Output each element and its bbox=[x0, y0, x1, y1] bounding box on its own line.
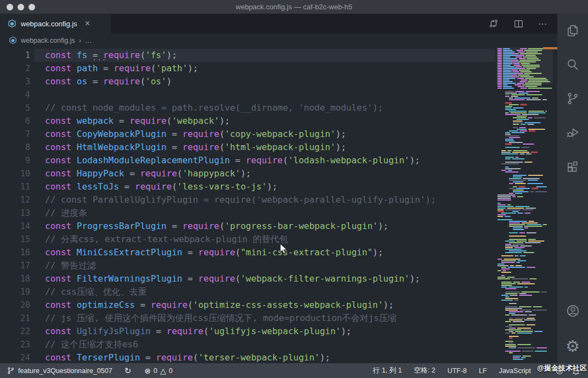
code-line[interactable]: 4 bbox=[0, 88, 557, 101]
breadcrumb-symbol-ellipsis[interactable]: … bbox=[85, 37, 92, 44]
code-line[interactable]: 19// css压缩、优化、去重 bbox=[0, 285, 557, 299]
line-number[interactable]: 2 bbox=[0, 62, 30, 75]
line-number[interactable]: 8 bbox=[0, 141, 30, 154]
git-branch-icon bbox=[566, 91, 580, 106]
line-number[interactable]: 12 bbox=[0, 193, 30, 207]
maximize-window-button[interactable] bbox=[29, 4, 35, 10]
window-title: webpack.config.js — caf-b2c-web-h5 bbox=[236, 3, 352, 11]
code-line[interactable]: 2const path = require('path'); bbox=[0, 62, 557, 75]
activity-extensions[interactable] bbox=[557, 150, 588, 184]
code-line[interactable]: 24const TerserPlugin = require('terser-w… bbox=[0, 351, 557, 363]
cursor-position[interactable]: 行 1, 列 1 bbox=[373, 366, 402, 375]
problems-indicator[interactable]: ⊗ 0 △ 0 bbox=[144, 366, 172, 375]
line-number[interactable]: 14 bbox=[0, 220, 30, 233]
minimap[interactable] bbox=[496, 47, 553, 363]
code-line[interactable]: 11const lessToJs = require('less-vars-to… bbox=[0, 180, 557, 193]
code-text: // 进度条 bbox=[45, 207, 87, 220]
code-line[interactable]: 13// 进度条 bbox=[0, 207, 557, 220]
code-line[interactable]: 22const UglifyJsPlugin = require('uglify… bbox=[0, 325, 557, 338]
code-text: const fs = require('fs'); bbox=[45, 49, 177, 62]
line-number[interactable]: 1 bbox=[0, 49, 30, 62]
activity-settings[interactable]: ⚙ bbox=[557, 329, 588, 363]
line-number[interactable]: 22 bbox=[0, 325, 30, 338]
code-text: const ProgressBarPlugin = require('progr… bbox=[45, 220, 388, 233]
files-icon bbox=[566, 24, 580, 38]
account-icon bbox=[566, 303, 580, 318]
code-line[interactable]: 20const optimizeCss = require('optimize-… bbox=[0, 299, 557, 312]
code-line[interactable]: 10const HappyPack = require('happypack')… bbox=[0, 167, 557, 180]
code-lines: 1const fs = require('fs');···2const path… bbox=[0, 49, 557, 363]
tab-webpack-config[interactable]: webpack.config.js × bbox=[0, 14, 111, 33]
code-line[interactable]: 23// 这个压缩才支持es6 bbox=[0, 338, 557, 351]
line-number[interactable]: 3 bbox=[0, 75, 30, 88]
line-number[interactable]: 4 bbox=[0, 88, 30, 101]
tab-bar: webpack.config.js × ⋯ bbox=[0, 14, 557, 33]
activity-run-debug[interactable] bbox=[557, 116, 588, 150]
webpack-icon bbox=[9, 36, 17, 44]
line-number[interactable]: 7 bbox=[0, 128, 30, 141]
line-number[interactable]: 24 bbox=[0, 351, 30, 363]
line-number[interactable]: 5 bbox=[0, 101, 30, 114]
minimize-window-button[interactable] bbox=[18, 4, 24, 10]
code-line[interactable]: 5// const node_modules = path.resolve(__… bbox=[0, 101, 557, 114]
code-text: const HtmlWebpackPlugin = require('html-… bbox=[45, 141, 346, 154]
watermark: @掘金技术社区 bbox=[537, 364, 587, 373]
encoding[interactable]: UTF-8 bbox=[448, 367, 467, 375]
indentation[interactable]: 空格: 2 bbox=[414, 366, 436, 375]
error-icon: ⊗ bbox=[144, 366, 151, 375]
line-number[interactable]: 23 bbox=[0, 338, 30, 351]
code-line[interactable]: 6const webpack = require('webpack'); bbox=[0, 114, 557, 128]
eol[interactable]: LF bbox=[479, 367, 487, 375]
warning-icon: △ bbox=[160, 366, 166, 375]
vscode-window: webpack.config.js — caf-b2c-web-h5 webpa… bbox=[0, 0, 588, 378]
line-number[interactable]: 13 bbox=[0, 207, 30, 220]
activity-bar: ⚙ bbox=[557, 14, 588, 363]
line-number[interactable]: 17 bbox=[0, 259, 30, 272]
code-line[interactable]: 21// js 压缩, 使用这个插件因为使用css压缩情况下, mode=pro… bbox=[0, 312, 557, 325]
line-number[interactable]: 18 bbox=[0, 272, 30, 285]
activity-explorer[interactable] bbox=[557, 14, 588, 48]
code-line[interactable]: 14const ProgressBarPlugin = require('pro… bbox=[0, 220, 557, 233]
code-line[interactable]: 18const FilterWarningsPlugin = require('… bbox=[0, 272, 557, 285]
debug-icon bbox=[566, 125, 580, 140]
branch-indicator[interactable]: feature_v3Questionnaire_0507 bbox=[7, 366, 112, 375]
activity-account[interactable] bbox=[557, 294, 588, 328]
code-line[interactable]: 7const CopyWebpackPlugin = require('copy… bbox=[0, 128, 557, 141]
line-number[interactable]: 21 bbox=[0, 312, 30, 325]
error-count: 0 bbox=[154, 367, 157, 375]
code-line[interactable]: 17// 警告过滤 bbox=[0, 259, 557, 272]
line-number[interactable]: 6 bbox=[0, 114, 30, 128]
code-line[interactable]: 12// const ParallelUglifyPlugin = requir… bbox=[0, 193, 557, 207]
breadcrumb-file[interactable]: webpack.config.js bbox=[21, 37, 75, 44]
close-window-button[interactable] bbox=[7, 4, 13, 10]
line-number[interactable]: 11 bbox=[0, 180, 30, 193]
code-line[interactable]: 9const LodashModuleReplacementPlugin = r… bbox=[0, 154, 557, 167]
code-line[interactable]: 8const HtmlWebpackPlugin = require('html… bbox=[0, 141, 557, 154]
activity-source-control[interactable] bbox=[557, 82, 588, 116]
line-number[interactable]: 19 bbox=[0, 285, 30, 299]
code-text: // 这个压缩才支持es6 bbox=[45, 338, 138, 351]
activity-search[interactable] bbox=[557, 48, 588, 82]
more-actions-icon[interactable]: ⋯ bbox=[538, 19, 547, 29]
editor-scrollbar[interactable] bbox=[553, 47, 557, 363]
code-line[interactable]: 1const fs = require('fs');··· bbox=[0, 49, 557, 62]
line-number[interactable]: 15 bbox=[0, 233, 30, 246]
code-text: const FilterWarningsPlugin = require('we… bbox=[45, 272, 420, 285]
language-mode[interactable]: JavaScript bbox=[499, 367, 531, 375]
sync-icon[interactable]: ↻ bbox=[125, 366, 132, 376]
window-controls bbox=[7, 0, 35, 14]
line-number[interactable]: 16 bbox=[0, 246, 30, 259]
code-text: // css压缩、优化、去重 bbox=[45, 285, 147, 299]
split-editor-icon[interactable] bbox=[513, 19, 524, 29]
code-editor[interactable]: 1const fs = require('fs');···2const path… bbox=[0, 47, 557, 363]
mouse-cursor bbox=[278, 243, 289, 255]
code-text: const UglifyJsPlugin = require('uglifyjs… bbox=[45, 325, 352, 338]
open-changes-icon[interactable] bbox=[488, 18, 499, 29]
close-tab-icon[interactable]: × bbox=[85, 19, 90, 28]
line-number[interactable]: 10 bbox=[0, 167, 30, 180]
line-number[interactable]: 20 bbox=[0, 299, 30, 312]
line-number[interactable]: 9 bbox=[0, 154, 30, 167]
code-text: // const node_modules = path.resolve(__d… bbox=[45, 101, 383, 114]
code-line[interactable]: 3const os = require('os') bbox=[0, 75, 557, 88]
code-text: // const ParallelUglifyPlugin = require(… bbox=[45, 193, 436, 207]
